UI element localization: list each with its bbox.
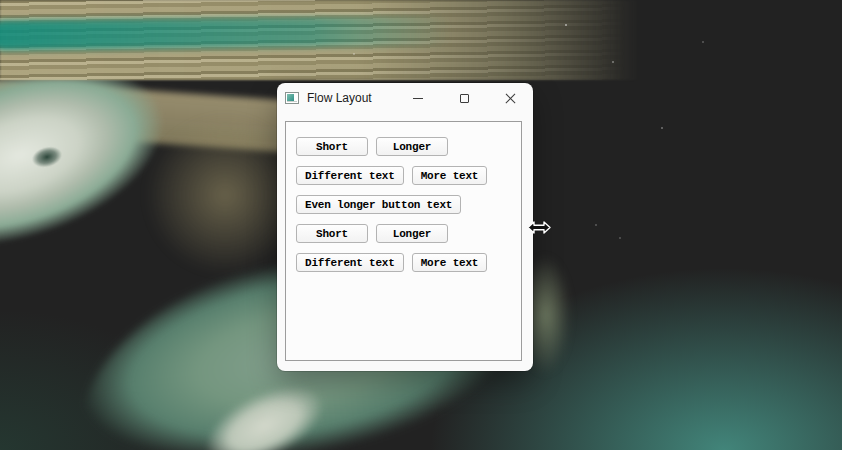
desktop: Flow Layout ShortLongerDifferent textMor… bbox=[0, 0, 842, 450]
window-title: Flow Layout bbox=[307, 91, 372, 105]
flow-button[interactable]: Longer bbox=[376, 224, 448, 243]
title-bar[interactable]: Flow Layout bbox=[277, 83, 533, 113]
close-icon bbox=[505, 93, 516, 104]
maximize-button[interactable] bbox=[441, 83, 487, 113]
flow-button[interactable]: More text bbox=[412, 166, 488, 185]
app-window-icon bbox=[285, 92, 299, 104]
caption-buttons bbox=[395, 83, 533, 113]
minimize-icon bbox=[413, 98, 423, 99]
flow-button[interactable]: Different text bbox=[296, 166, 404, 185]
flow-button[interactable]: Even longer button text bbox=[296, 195, 461, 214]
flow-button[interactable]: Short bbox=[296, 137, 368, 156]
flow-button[interactable]: Longer bbox=[376, 137, 448, 156]
close-button[interactable] bbox=[487, 83, 533, 113]
flow-layout-area: ShortLongerDifferent textMore textEven l… bbox=[286, 122, 521, 287]
flow-button[interactable]: More text bbox=[412, 253, 488, 272]
flow-button[interactable]: Different text bbox=[296, 253, 404, 272]
minimize-button[interactable] bbox=[395, 83, 441, 113]
flow-button[interactable]: Short bbox=[296, 224, 368, 243]
horizontal-resize-cursor bbox=[526, 220, 552, 239]
maximize-icon bbox=[460, 94, 469, 103]
app-window: Flow Layout ShortLongerDifferent textMor… bbox=[277, 83, 533, 371]
flow-layout-frame: ShortLongerDifferent textMore textEven l… bbox=[285, 121, 522, 361]
